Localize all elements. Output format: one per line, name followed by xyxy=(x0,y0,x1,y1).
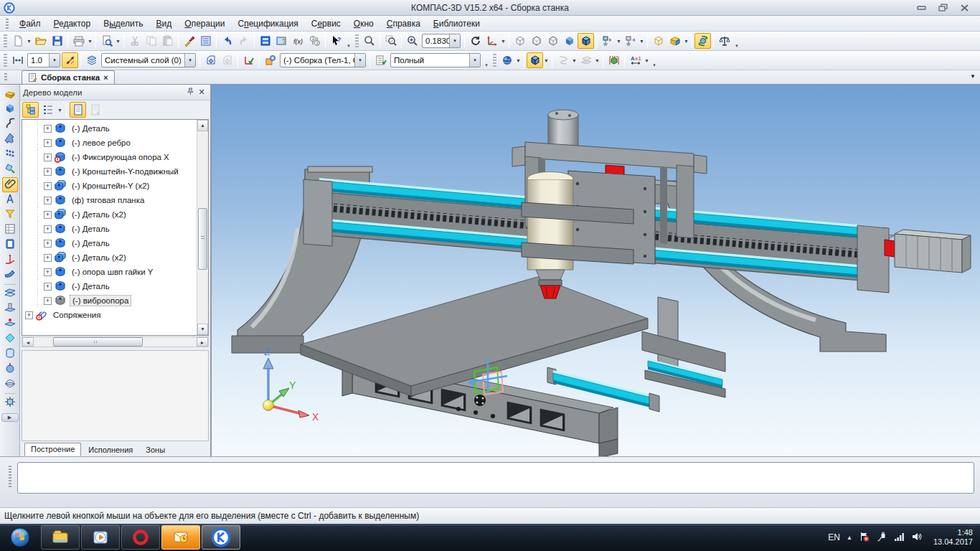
tree-item-5[interactable]: +(-) Кронштейн-Y (x2) xyxy=(22,179,197,193)
hidden-lines-thin-button[interactable] xyxy=(545,33,561,49)
menu-item-9[interactable]: Справка xyxy=(380,17,427,30)
left-toolbar-specification-button[interactable] xyxy=(2,222,18,237)
menu-item-3[interactable]: Выделить xyxy=(97,17,149,30)
tree-expander-icon[interactable]: + xyxy=(44,211,52,219)
tree-composition-icon-dropdown[interactable]: ▼ xyxy=(57,108,63,113)
layer-combo[interactable]: Системный слой (0)▼ xyxy=(101,53,196,67)
menu-item-2[interactable]: Редактор xyxy=(47,17,98,30)
print-icon-dropdown[interactable]: ▼ xyxy=(87,39,93,44)
print-preview-button[interactable] xyxy=(98,33,115,49)
toolbar-overflow-icon[interactable]: ▾ xyxy=(344,43,353,50)
left-toolbar-pin-button[interactable] xyxy=(2,132,18,147)
tree-expander-icon[interactable]: + xyxy=(44,139,52,147)
solid-display-button[interactable] xyxy=(527,52,543,68)
detail-combo-dropdown-icon[interactable]: ▼ xyxy=(469,54,480,67)
check-sketch-button[interactable] xyxy=(240,52,257,68)
left-toolbar-axes-3d-button[interactable] xyxy=(2,253,18,268)
scroll-left-icon[interactable]: ◄ xyxy=(22,337,34,347)
shaded-with-edges-button[interactable] xyxy=(578,33,594,49)
taskbar-explorer-button[interactable] xyxy=(41,525,80,550)
tree-item-11[interactable]: +(-) опора швп гайки Y xyxy=(22,265,197,279)
mass-properties-button[interactable] xyxy=(716,33,732,49)
print-preview-icon-dropdown[interactable]: ▼ xyxy=(115,39,121,44)
tree-item-9[interactable]: +(-) Деталь xyxy=(22,236,197,250)
copy-properties-button[interactable] xyxy=(181,33,197,49)
tree-expander-icon[interactable]: + xyxy=(44,240,52,248)
taskbar-media-player-button[interactable] xyxy=(81,525,120,550)
taskbar-clock[interactable]: 1:48 13.04.2017 xyxy=(929,528,973,547)
section-display-icon-dropdown[interactable]: ▼ xyxy=(594,58,600,63)
tree-item-2[interactable]: +(-) левое ребро xyxy=(22,136,197,150)
left-toolbar-plane-through-point-button[interactable] xyxy=(2,316,18,331)
surface-display-icon-dropdown[interactable]: ▼ xyxy=(515,58,522,63)
task-manager-button[interactable] xyxy=(257,33,273,49)
menu-item-6[interactable]: Спецификация xyxy=(231,17,304,30)
shaded-button[interactable] xyxy=(561,33,578,49)
orientation-icon-dropdown[interactable]: ▼ xyxy=(683,39,689,44)
hide-all-button[interactable] xyxy=(622,33,639,49)
toolbar-overflow-icon[interactable]: ▾ xyxy=(732,43,741,50)
properties-button[interactable] xyxy=(197,33,214,49)
change-numbers-button[interactable]: 12 xyxy=(306,33,323,49)
menu-item-10[interactable]: Библиотеки xyxy=(427,17,486,30)
panel-close-icon[interactable]: ✕ xyxy=(196,88,207,97)
hide-component-button[interactable] xyxy=(599,33,616,49)
hidden-lines-button[interactable] xyxy=(528,33,545,49)
tree-expander-icon[interactable]: + xyxy=(44,168,52,176)
detail-combo[interactable]: Полный▼ xyxy=(390,53,481,67)
taskbar-kompas-button[interactable] xyxy=(202,525,240,550)
tree-panel-tab-2[interactable]: Исполнения xyxy=(83,444,138,456)
step-combo-dropdown-icon[interactable]: ▼ xyxy=(49,54,60,67)
tree-item-8[interactable]: +(-) Деталь xyxy=(22,222,197,236)
left-toolbar-pin-direction-button[interactable] xyxy=(2,162,18,177)
language-indicator[interactable]: EN xyxy=(828,532,840,542)
left-toolbar-parallel-plane-button[interactable] xyxy=(2,286,18,301)
assembly-combo[interactable]: (-) Сборка (Тел-1, С▼ xyxy=(280,53,366,67)
tree-expander-icon[interactable]: + xyxy=(44,254,52,262)
minimize-button[interactable] xyxy=(913,2,931,14)
tree-panel-tab-1[interactable]: Построение xyxy=(24,443,81,456)
tree-expander-icon[interactable]: + xyxy=(25,311,33,319)
open-button[interactable] xyxy=(32,33,49,49)
ghost-display-button[interactable] xyxy=(650,33,666,49)
detail-level-button[interactable] xyxy=(372,52,389,68)
tree-expander-icon[interactable]: + xyxy=(44,125,52,133)
left-toolbar-array-button[interactable] xyxy=(2,147,18,162)
assembly-combo-dropdown-icon[interactable]: ▼ xyxy=(354,54,365,67)
surface-display-button[interactable] xyxy=(499,52,515,68)
menu-item-5[interactable]: Операции xyxy=(178,17,231,30)
snap-toggle-button[interactable] xyxy=(62,52,78,68)
scroll-up-icon[interactable]: ▲ xyxy=(197,120,208,131)
menu-item-7[interactable]: Сервис xyxy=(305,17,347,30)
scroll-down-icon[interactable]: ▼ xyxy=(197,324,208,335)
hidden-icons-chevron[interactable]: ▲ xyxy=(847,534,852,541)
toolbar-overflow-icon[interactable]: ▾ xyxy=(482,62,491,70)
menu-item-8[interactable]: Окно xyxy=(347,17,380,30)
hide-component-icon-dropdown[interactable]: ▼ xyxy=(616,39,622,44)
assembly-button[interactable] xyxy=(262,52,278,68)
tree-expander-icon[interactable]: + xyxy=(44,197,52,204)
tolerance-button[interactable]: A±1 xyxy=(627,52,644,68)
zoom-scale-combo[interactable]: 0.1830▼ xyxy=(422,34,461,48)
tree-expander-icon[interactable]: + xyxy=(44,182,52,190)
variables-button[interactable]: f(x) xyxy=(290,33,306,49)
action-center-flag-icon[interactable] xyxy=(859,532,870,544)
left-toolbar-edit-part-button[interactable] xyxy=(2,87,18,102)
hide-all-icon-dropdown[interactable]: ▼ xyxy=(639,39,645,44)
section-display-button[interactable] xyxy=(578,52,594,68)
start-button[interactable] xyxy=(1,525,39,550)
zoom-area-button[interactable] xyxy=(382,33,399,49)
tree-structure-view-button[interactable] xyxy=(22,102,39,118)
taskbar-opera-button[interactable] xyxy=(121,525,160,550)
unroll-button[interactable] xyxy=(555,52,571,68)
tree-horizontal-scrollbar[interactable]: ◄ ► xyxy=(22,336,209,347)
left-toolbar-simulation-button[interactable] xyxy=(2,395,18,410)
menu-item-4[interactable]: Вид xyxy=(150,17,179,30)
left-toolbar-surfaces-button[interactable] xyxy=(2,102,18,117)
tab-close-icon[interactable]: × xyxy=(103,73,108,82)
tab-overflow-icon[interactable]: ▼ xyxy=(970,73,976,80)
tolerance-icon-dropdown[interactable]: ▼ xyxy=(644,58,650,63)
rotate-model-button[interactable] xyxy=(694,33,711,49)
property-input-area[interactable] xyxy=(17,462,974,494)
tree-vertical-scrollbar[interactable]: ▲ ▼ xyxy=(197,120,208,335)
